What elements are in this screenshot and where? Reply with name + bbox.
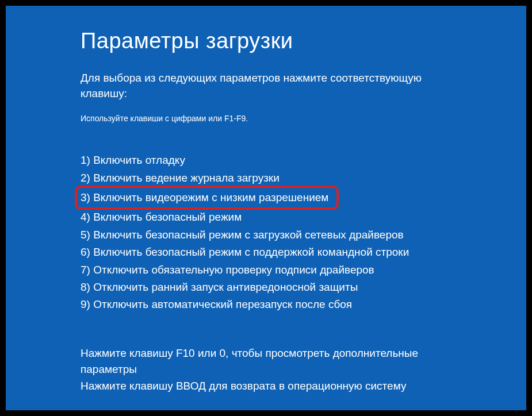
option-2-enable-boot-logging[interactable]: 2) Включить ведение журнала загрузки — [81, 170, 280, 187]
instruction-text: Для выбора из следующих параметров нажми… — [81, 71, 457, 101]
option-8-disable-early-antimalware[interactable]: 8) Отключить ранний запуск антивредоносн… — [81, 279, 358, 296]
option-1-enable-debugging[interactable]: 1) Включить отладку — [81, 152, 185, 169]
footer-return-to-os: Нажмите клавишу ВВОД для возврата в опер… — [81, 378, 457, 395]
highlight-annotation: 3) Включить видеорежим с низким разрешен… — [75, 186, 339, 210]
option-4-enable-safe-mode[interactable]: 4) Включить безопасный режим — [81, 209, 242, 226]
outer-frame: Параметры загрузки Для выбора из следующ… — [0, 0, 532, 416]
startup-settings-screen: Параметры загрузки Для выбора из следующ… — [6, 6, 526, 410]
option-6-enable-safe-mode-command-prompt[interactable]: 6) Включить безопасный режим с поддержко… — [81, 244, 409, 261]
option-7-disable-driver-signature-enforcement[interactable]: 7) Отключить обязательную проверку подпи… — [81, 261, 374, 279]
startup-options-list: 1) Включить отладку 2) Включить ведение … — [81, 152, 457, 314]
option-5-enable-safe-mode-networking[interactable]: 5) Включить безопасный режим с загрузкой… — [81, 226, 404, 244]
page-title: Параметры загрузки — [81, 29, 457, 53]
footer-more-options: Нажмите клавишу F10 или 0, чтобы просмот… — [81, 345, 457, 378]
hint-text: Используйте клавиши с цифрами или F1-F9. — [81, 114, 457, 123]
option-3-enable-low-resolution-video[interactable]: 3) Включить видеорежим с низким разрешен… — [81, 189, 328, 206]
option-9-disable-automatic-restart[interactable]: 9) Отключить автоматический перезапуск п… — [81, 296, 352, 313]
